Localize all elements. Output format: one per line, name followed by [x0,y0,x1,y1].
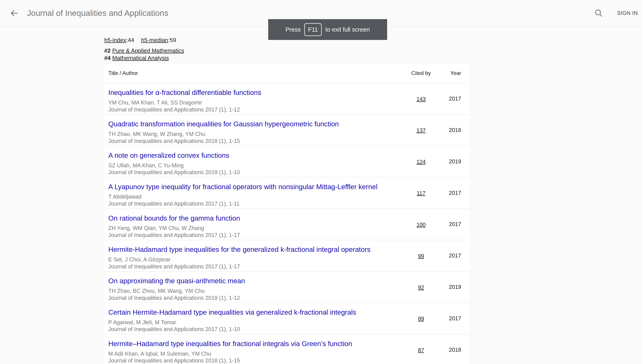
article-title-link[interactable]: Hermite–Hadamard type inequalities for f… [108,339,405,348]
article-source: Journal of Inequalities and Applications… [108,200,405,207]
article-year: 2018 [437,127,469,133]
article-source: Journal of Inequalities and Applications… [108,106,405,113]
toast-text-prefix: Press [285,26,301,33]
fullscreen-toast: Press F11 to exit full screen [268,19,387,40]
article-source: Journal of Inequalities and Applications… [108,357,405,364]
cited-by-count-link[interactable]: 89 [418,316,424,322]
article-authors: P Agarwal, M Jleli, M Tomar [108,319,405,326]
category-link-mathematical-analysis[interactable]: Mathematical Analysis [112,55,169,61]
article-year: 2017 [437,221,469,228]
article-title-link[interactable]: Hermite-Hadamard type inequalities for t… [108,245,405,254]
article-title-link[interactable]: On approximating the quasi-arithmetic me… [108,276,405,286]
ranking-row: #4Mathematical Analysis [104,54,469,62]
article-authors: E Set, J Choi, A Gözpinar [108,256,405,263]
h5-index-metric: h5-index:44 [104,37,134,43]
cited-by-count-link[interactable]: 87 [418,347,424,353]
page-title: Journal of Inequalities and Applications [27,8,592,18]
articles-table: Title / Author Cited by Year Inequalitie… [104,64,469,364]
article-source: Journal of Inequalities and Applications… [108,326,405,333]
article-authors: TH Zhao, MK Wang, W Zhang, YM Chu [108,130,405,138]
h5-index-link[interactable]: h5-index [104,37,126,43]
article-title-link[interactable]: Inequalities for α-fractional differenti… [108,88,405,97]
article-title-link[interactable]: Certain Hermite-Hadamard type inequaliti… [108,308,405,317]
cited-by-count-link[interactable]: 137 [416,127,426,134]
article-row: A Lyapunov type inequality for fractiona… [104,177,469,208]
article-row: Hermite–Hadamard type inequalities for f… [104,334,469,364]
article-source: Journal of Inequalities and Applications… [108,169,405,176]
article-row: Inequalities for α-fractional differenti… [104,83,469,114]
cited-by-count-link[interactable]: 92 [418,284,424,290]
article-year: 2017 [437,252,469,259]
article-authors: SZ Ullah, MA Khan, C Yu-Ming [108,162,405,169]
column-header-cited-by[interactable]: Cited by [405,70,437,76]
category-link-pure-applied-mathematics[interactable]: Pure & Applied Mathematics [112,48,184,54]
rank-number: #4 [104,55,111,61]
article-source: Journal of Inequalities and Applications… [108,232,405,239]
cited-by-count-link[interactable]: 117 [417,190,426,196]
article-row: Quadratic transformation inequalities fo… [104,114,469,146]
f11-keycap: F11 [304,23,322,36]
cited-by-count-link[interactable]: 124 [416,159,426,165]
cited-by-count-link[interactable]: 143 [416,96,426,102]
h5-index-value: :44 [126,37,134,43]
article-authors: ZH Yang, WM Qian, YM Chu, W Zhang [108,225,405,232]
article-year: 2017 [437,315,469,322]
article-row: Certain Hermite-Hadamard type inequaliti… [104,302,469,334]
article-authors: T Abdeljawad [108,193,405,200]
toast-text-suffix: to exit full screen [325,26,370,33]
article-source: Journal of Inequalities and Applications… [108,294,405,302]
h5-median-value: :59 [168,37,176,43]
scholar-journal-page: Journal of Inequalities and Applications… [0,0,641,364]
ranking-row: #2Pure & Applied Mathematics [104,47,469,54]
arrow-left-icon [10,8,19,18]
rank-number: #2 [104,48,111,54]
cited-by-count-link[interactable]: 99 [418,253,424,259]
article-title-link[interactable]: On rational bounds for the gamma functio… [108,214,405,223]
article-year: 2017 [437,96,469,102]
search-icon [594,8,603,18]
table-header-row: Title / Author Cited by Year [104,64,469,83]
sign-in-link[interactable]: SIGN IN [617,10,638,16]
article-title-link[interactable]: A note on generalized convex functions [108,151,405,160]
category-rankings: #2Pure & Applied Mathematics #4Mathemati… [104,47,469,62]
column-header-title-author[interactable]: Title / Author [104,70,405,76]
article-year: 2019 [437,284,469,290]
h5-median-metric: h5-median:59 [141,37,176,43]
article-row: On approximating the quasi-arithmetic me… [104,271,469,303]
article-authors: TH Zhao, BC Zhou, MK Wang, YM Chu [108,288,405,294]
article-source: Journal of Inequalities and Applications… [108,138,405,144]
article-year: 2019 [437,158,469,165]
article-title-link[interactable]: Quadratic transformation inequalities fo… [108,120,405,128]
article-source: Journal of Inequalities and Applications… [108,263,405,270]
back-button[interactable] [7,6,21,20]
column-header-year[interactable]: Year [437,70,469,76]
article-year: 2018 [437,347,469,353]
article-authors: M Adil Khan, A Iqbal, M Suleman, YM Chu [108,350,405,357]
search-button[interactable] [592,6,606,20]
article-row: A note on generalized convex functions S… [104,146,469,177]
article-row: Hermite-Hadamard type inequalities for t… [104,240,469,271]
article-row: On rational bounds for the gamma functio… [104,208,469,240]
article-title-link[interactable]: A Lyapunov type inequality for fractiona… [108,182,405,192]
h5-median-link[interactable]: h5-median [141,37,168,43]
main-content: h5-index:44h5-median:59 #2Pure & Applied… [104,27,469,364]
article-authors: YM Chu, MA Khan, T Ali, SS Dragomir [108,99,405,106]
article-year: 2017 [437,190,469,196]
cited-by-count-link[interactable]: 100 [416,222,426,228]
